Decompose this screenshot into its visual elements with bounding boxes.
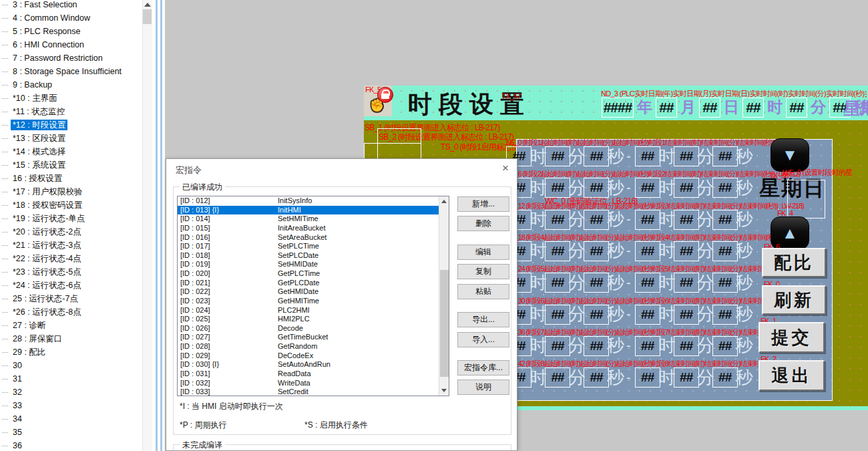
time-field[interactable]: ## bbox=[584, 178, 609, 198]
macro-list-row[interactable]: [ID : 018]SetPLCDate bbox=[178, 251, 449, 261]
macro-list-row[interactable]: [ID : 033]SetCredit bbox=[178, 388, 449, 396]
macro-list-row[interactable]: [ID : 024]PLC2HMI bbox=[178, 306, 449, 315]
panel-splitter[interactable] bbox=[152, 0, 165, 451]
time-field[interactable]: ## bbox=[584, 305, 609, 325]
sidebar-scrollbar-thumb[interactable] bbox=[143, 9, 152, 24]
close-icon[interactable]: × bbox=[498, 161, 513, 176]
sidebar-item-27[interactable]: 27 : 诊断 bbox=[0, 319, 142, 332]
function-key-widget[interactable]: ☝ FK_5 bbox=[364, 86, 392, 116]
time-field[interactable]: ## bbox=[635, 305, 660, 325]
help-button[interactable]: 说明 bbox=[457, 380, 509, 395]
time-field[interactable]: ## bbox=[712, 336, 738, 356]
macro-list-row[interactable]: [ID : 020]GetPLCTime bbox=[178, 269, 449, 279]
sidebar-item-7[interactable]: 7 : Password Restriction bbox=[0, 51, 142, 65]
datetime-field[interactable]: ## bbox=[786, 98, 807, 118]
time-field[interactable]: ## bbox=[712, 146, 738, 166]
sidebar-item-19[interactable]: *19 : 运行状态-单点 bbox=[0, 212, 142, 225]
time-field[interactable]: ## bbox=[712, 367, 738, 388]
sidebar-item-35[interactable]: 35 bbox=[0, 426, 142, 439]
sidebar-item-14[interactable]: *14 : 模式选择 bbox=[0, 145, 142, 158]
macro-library-button[interactable]: 宏指令库... bbox=[457, 360, 509, 375]
sidebar-item-9[interactable]: 9 : Backup bbox=[0, 78, 142, 92]
time-field[interactable]: ## bbox=[712, 305, 738, 325]
macro-list-row[interactable]: [ID : 012]InitSysInfo bbox=[178, 196, 449, 206]
copy-button[interactable]: 复制 bbox=[457, 264, 509, 279]
time-field[interactable]: ## bbox=[635, 210, 660, 230]
macro-list[interactable]: [ID : 012]InitSysInfo[ID : 013] {I}InitH… bbox=[177, 196, 449, 396]
time-field[interactable]: ## bbox=[584, 241, 609, 261]
macro-list-row[interactable]: [ID : 025]HMI2PLC bbox=[178, 315, 449, 324]
time-field[interactable]: ## bbox=[674, 178, 699, 198]
sidebar-item-18[interactable]: *18 : 授权密码设置 bbox=[0, 198, 142, 212]
macro-list-row[interactable]: [ID : 030] {I}SetAutoAndRun bbox=[178, 360, 449, 369]
time-field[interactable]: ## bbox=[635, 336, 660, 356]
scroll-down-button[interactable]: ▼ bbox=[771, 138, 809, 172]
sidebar-item-4[interactable]: 4 : Common Window bbox=[0, 11, 142, 25]
time-field[interactable]: ## bbox=[545, 336, 570, 356]
sidebar-item-6[interactable]: 6 : HMI Connection bbox=[0, 38, 142, 51]
time-field[interactable]: ## bbox=[635, 146, 660, 166]
macro-list-row[interactable]: [ID : 032]WriteData bbox=[178, 379, 449, 388]
weekday-display[interactable]: 星期 bbox=[843, 98, 868, 120]
time-field[interactable]: ## bbox=[712, 178, 738, 198]
sidebar-item-5[interactable]: 5 : PLC Response bbox=[0, 25, 142, 38]
datetime-field[interactable]: ## bbox=[656, 98, 677, 118]
sidebar-item-10[interactable]: *10 : 主界面 bbox=[0, 92, 142, 105]
sidebar-item-31[interactable]: 31 bbox=[0, 372, 142, 386]
time-field[interactable]: ## bbox=[674, 273, 699, 293]
time-field[interactable]: ## bbox=[545, 273, 570, 293]
macro-list-row[interactable]: [ID : 017]SetPLCTime bbox=[178, 242, 449, 251]
time-field[interactable]: ## bbox=[545, 367, 570, 388]
sidebar-item-25[interactable]: 25 : 运行状态-7点 bbox=[0, 292, 142, 305]
time-field[interactable]: ## bbox=[635, 178, 660, 198]
list-scrollbar-thumb[interactable] bbox=[440, 270, 449, 377]
sidebar-item-36[interactable]: 36 bbox=[0, 439, 142, 451]
time-field[interactable]: ## bbox=[674, 146, 699, 166]
macro-list-row[interactable]: [ID : 026]Decode bbox=[178, 324, 449, 333]
time-field[interactable]: ## bbox=[712, 241, 738, 261]
macro-list-row[interactable]: [ID : 028]GetRandom bbox=[178, 342, 449, 351]
sidebar-item-15[interactable]: *15 : 系统设置 bbox=[0, 158, 142, 172]
macro-list-row[interactable]: [ID : 029]DeCodeEx bbox=[178, 351, 449, 361]
sidebar-item-17[interactable]: *17 : 用户权限校验 bbox=[0, 185, 142, 198]
sidebar-item-21[interactable]: *21 : 运行状态-3点 bbox=[0, 239, 142, 252]
sidebar-item-33[interactable]: 33 bbox=[0, 399, 142, 412]
time-field[interactable]: ## bbox=[712, 273, 738, 293]
scroll-up-icon[interactable] bbox=[144, 3, 151, 7]
time-field[interactable]: ## bbox=[545, 305, 570, 325]
sidebar-item-28[interactable]: 28 : 屏保窗口 bbox=[0, 332, 142, 345]
refresh-button[interactable]: 刷新 bbox=[762, 285, 826, 315]
delete-button[interactable]: 删除 bbox=[457, 216, 509, 231]
sidebar-item-22[interactable]: *22 : 运行状态-4点 bbox=[0, 252, 142, 265]
time-field[interactable]: ## bbox=[584, 210, 609, 230]
list-scrollbar[interactable] bbox=[439, 196, 449, 396]
exit-button[interactable]: 退出 bbox=[758, 360, 825, 391]
scroll-down-icon[interactable] bbox=[441, 389, 447, 392]
sidebar-item-29[interactable]: 29 : 配比 bbox=[0, 345, 142, 359]
ratio-button[interactable]: 配比 bbox=[762, 248, 826, 277]
time-field[interactable]: ## bbox=[545, 241, 570, 261]
macro-list-row[interactable]: [ID : 016]SetAreaBucket bbox=[178, 233, 449, 243]
sidebar-item-24[interactable]: *24 : 运行状态-6点 bbox=[0, 279, 142, 292]
paste-button[interactable]: 粘贴 bbox=[457, 284, 509, 299]
macro-list-row[interactable]: [ID : 013] {I}InitHMI bbox=[178, 206, 449, 215]
time-field[interactable]: ## bbox=[584, 336, 609, 356]
time-field[interactable]: ## bbox=[674, 336, 699, 356]
time-field[interactable]: ## bbox=[674, 241, 699, 261]
new-button[interactable]: 新增... bbox=[457, 196, 509, 212]
sidebar-item-23[interactable]: *23 : 运行状态-5点 bbox=[0, 265, 142, 279]
time-field[interactable]: ## bbox=[674, 305, 699, 325]
time-field[interactable]: ## bbox=[674, 367, 699, 388]
datetime-display[interactable]: ####年##月##日##时##分##秒 bbox=[602, 97, 868, 118]
sidebar-item-3[interactable]: 3 : Fast Selection bbox=[0, 0, 142, 11]
sidebar-item-30[interactable]: 30 bbox=[0, 359, 142, 372]
macro-list-row[interactable]: [ID : 021]GetPLCDate bbox=[178, 279, 449, 288]
sidebar-item-12[interactable]: *12 : 时段设置 bbox=[0, 118, 142, 132]
edit-button[interactable]: 编辑 bbox=[457, 245, 509, 260]
macro-list-row[interactable]: [ID : 022]GetHMIDate bbox=[178, 287, 449, 297]
time-field[interactable]: ## bbox=[712, 210, 738, 230]
sidebar-item-16[interactable]: 16 : 授权设置 bbox=[0, 172, 142, 185]
sidebar-item-32[interactable]: 32 bbox=[0, 386, 142, 399]
sidebar-item-34[interactable]: 34 bbox=[0, 412, 142, 426]
sidebar-item-20[interactable]: *20 : 运行状态-2点 bbox=[0, 225, 142, 239]
